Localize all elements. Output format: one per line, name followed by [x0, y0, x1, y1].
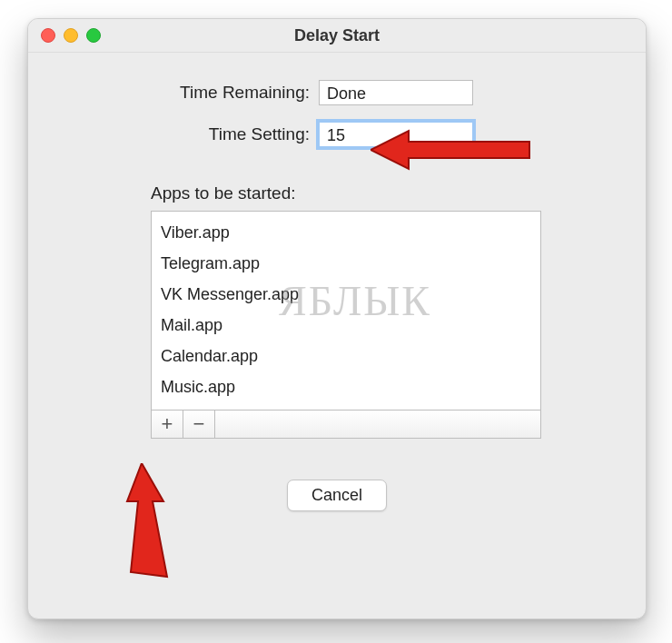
- minimize-icon[interactable]: [64, 28, 78, 43]
- apps-label: Apps to be started:: [151, 183, 541, 203]
- traffic-lights: [41, 28, 101, 43]
- apps-listbox[interactable]: Viber.app Telegram.app VK Messenger.app …: [151, 211, 541, 411]
- cancel-button[interactable]: Cancel: [287, 480, 387, 511]
- window-title: Delay Start: [28, 26, 646, 45]
- list-item[interactable]: Viber.app: [161, 217, 531, 248]
- time-remaining-label: Time Remaining:: [64, 83, 319, 103]
- list-item[interactable]: VK Messenger.app: [161, 279, 531, 310]
- cancel-row: Cancel: [64, 480, 609, 511]
- zoom-icon[interactable]: [86, 28, 101, 43]
- row-time-remaining: Time Remaining: Done: [64, 80, 609, 105]
- plus-icon: +: [162, 412, 173, 436]
- row-time-setting: Time Setting: 15: [64, 122, 609, 147]
- time-remaining-field[interactable]: Done: [319, 80, 473, 105]
- dialog-window: Delay Start Time Remaining: Done Time Se…: [27, 18, 647, 619]
- content-area: Time Remaining: Done Time Setting: 15 Ap…: [28, 53, 646, 511]
- list-item[interactable]: Mail.app: [161, 310, 531, 341]
- remove-button[interactable]: −: [183, 410, 215, 439]
- minus-icon: −: [193, 412, 205, 436]
- list-item[interactable]: Calendar.app: [161, 341, 531, 371]
- time-setting-label: Time Setting:: [64, 124, 319, 144]
- list-button-bar: + −: [151, 410, 541, 439]
- time-setting-field[interactable]: 15: [319, 122, 473, 147]
- list-item[interactable]: Telegram.app: [161, 248, 531, 279]
- close-icon[interactable]: [41, 28, 55, 43]
- add-button[interactable]: +: [151, 410, 183, 439]
- button-bar-spacer: [215, 410, 541, 439]
- apps-section: Apps to be started: Viber.app Telegram.a…: [151, 183, 541, 439]
- list-item[interactable]: Music.app: [161, 371, 531, 402]
- titlebar: Delay Start: [28, 19, 646, 53]
- cancel-label: Cancel: [311, 486, 362, 504]
